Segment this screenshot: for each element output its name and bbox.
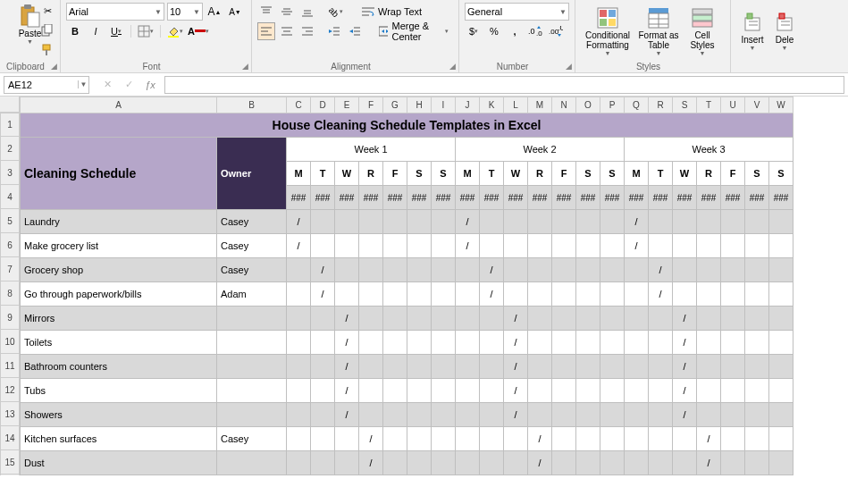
- cell[interactable]: [697, 234, 721, 258]
- cell[interactable]: [287, 331, 311, 355]
- cell[interactable]: /: [456, 210, 480, 234]
- cell[interactable]: [528, 282, 552, 307]
- cell[interactable]: ###: [745, 186, 769, 210]
- align-right-button[interactable]: [298, 22, 316, 40]
- cell[interactable]: [697, 258, 721, 282]
- cell[interactable]: [576, 258, 600, 282]
- cell[interactable]: [673, 282, 697, 307]
- cell[interactable]: [600, 258, 625, 282]
- cell[interactable]: [625, 307, 649, 331]
- col-header-I[interactable]: I: [432, 97, 456, 113]
- align-top-button[interactable]: [257, 3, 275, 21]
- cell[interactable]: S: [600, 162, 625, 186]
- cell[interactable]: [600, 355, 625, 379]
- cell[interactable]: [456, 331, 480, 355]
- cell[interactable]: [721, 307, 745, 331]
- cell[interactable]: [600, 379, 625, 403]
- cell[interactable]: M: [287, 162, 311, 186]
- cell[interactable]: [383, 307, 407, 331]
- row-header-11[interactable]: 11: [0, 354, 20, 378]
- col-header-W[interactable]: W: [769, 97, 793, 113]
- name-box-input[interactable]: [4, 80, 78, 90]
- cell[interactable]: /: [504, 403, 528, 427]
- cell[interactable]: [552, 379, 576, 403]
- cell[interactable]: [600, 331, 625, 355]
- cell[interactable]: ###: [576, 186, 600, 210]
- percent-button[interactable]: %: [485, 22, 503, 40]
- cell[interactable]: F: [383, 162, 407, 186]
- cell[interactable]: Grocery shop: [21, 258, 217, 282]
- cell[interactable]: [576, 282, 600, 307]
- cell[interactable]: [287, 379, 311, 403]
- cell[interactable]: [480, 307, 504, 331]
- cell[interactable]: [456, 403, 480, 427]
- cell[interactable]: ###: [600, 186, 625, 210]
- cell[interactable]: [480, 379, 504, 403]
- cell[interactable]: [407, 331, 432, 355]
- cell[interactable]: [359, 379, 383, 403]
- cell[interactable]: [769, 379, 793, 403]
- cell[interactable]: [649, 427, 673, 451]
- cell[interactable]: [745, 307, 769, 331]
- cell[interactable]: [600, 234, 625, 258]
- font-name-input[interactable]: [69, 6, 153, 17]
- cell[interactable]: [504, 451, 528, 475]
- cell[interactable]: [576, 451, 600, 475]
- cell[interactable]: ###: [432, 186, 456, 210]
- cell[interactable]: [576, 355, 600, 379]
- cell[interactable]: ###: [552, 186, 576, 210]
- cell[interactable]: [721, 403, 745, 427]
- cell[interactable]: [600, 307, 625, 331]
- col-header-F[interactable]: F: [359, 97, 383, 113]
- cell[interactable]: [359, 234, 383, 258]
- cell[interactable]: [625, 379, 649, 403]
- cell[interactable]: [697, 282, 721, 307]
- cell[interactable]: /: [335, 307, 359, 331]
- cell[interactable]: [480, 331, 504, 355]
- cell[interactable]: [311, 210, 335, 234]
- row-header-4[interactable]: 4: [0, 185, 20, 209]
- cell[interactable]: [432, 258, 456, 282]
- cell[interactable]: [697, 355, 721, 379]
- cell[interactable]: ###: [649, 186, 673, 210]
- cell[interactable]: [456, 355, 480, 379]
- cell[interactable]: [576, 234, 600, 258]
- cell-styles-button[interactable]: Cell Styles▼: [683, 2, 722, 60]
- cell[interactable]: [432, 331, 456, 355]
- cell[interactable]: [649, 355, 673, 379]
- col-header-O[interactable]: O: [576, 97, 600, 113]
- cell[interactable]: [552, 355, 576, 379]
- cell[interactable]: W: [335, 162, 359, 186]
- number-format-input[interactable]: [467, 6, 558, 17]
- cell[interactable]: /: [287, 210, 311, 234]
- col-header-G[interactable]: G: [383, 97, 407, 113]
- cell[interactable]: /: [456, 234, 480, 258]
- currency-button[interactable]: $▾: [465, 22, 483, 40]
- cell[interactable]: ###: [625, 186, 649, 210]
- cell[interactable]: [721, 355, 745, 379]
- cell[interactable]: Showers: [21, 403, 217, 427]
- cell[interactable]: ###: [287, 186, 311, 210]
- decrease-indent-button[interactable]: [325, 22, 343, 40]
- comma-button[interactable]: ,: [506, 22, 524, 40]
- cell[interactable]: /: [504, 331, 528, 355]
- format-painter-button[interactable]: [38, 41, 56, 59]
- bold-button[interactable]: B: [66, 22, 84, 40]
- cell[interactable]: [769, 307, 793, 331]
- col-header-D[interactable]: D: [311, 97, 335, 113]
- cell[interactable]: [456, 282, 480, 307]
- cell[interactable]: [528, 234, 552, 258]
- cell[interactable]: /: [697, 451, 721, 475]
- cell[interactable]: Week 2: [456, 138, 625, 162]
- cell[interactable]: [480, 403, 504, 427]
- cell[interactable]: [552, 307, 576, 331]
- cell[interactable]: [769, 282, 793, 307]
- cell[interactable]: [383, 331, 407, 355]
- cell[interactable]: R: [697, 162, 721, 186]
- col-header-T[interactable]: T: [697, 97, 721, 113]
- cancel-formula-button[interactable]: ✕: [98, 76, 116, 94]
- cell[interactable]: [673, 234, 697, 258]
- cell[interactable]: [649, 451, 673, 475]
- cell[interactable]: M: [456, 162, 480, 186]
- col-header-A[interactable]: A: [21, 97, 217, 113]
